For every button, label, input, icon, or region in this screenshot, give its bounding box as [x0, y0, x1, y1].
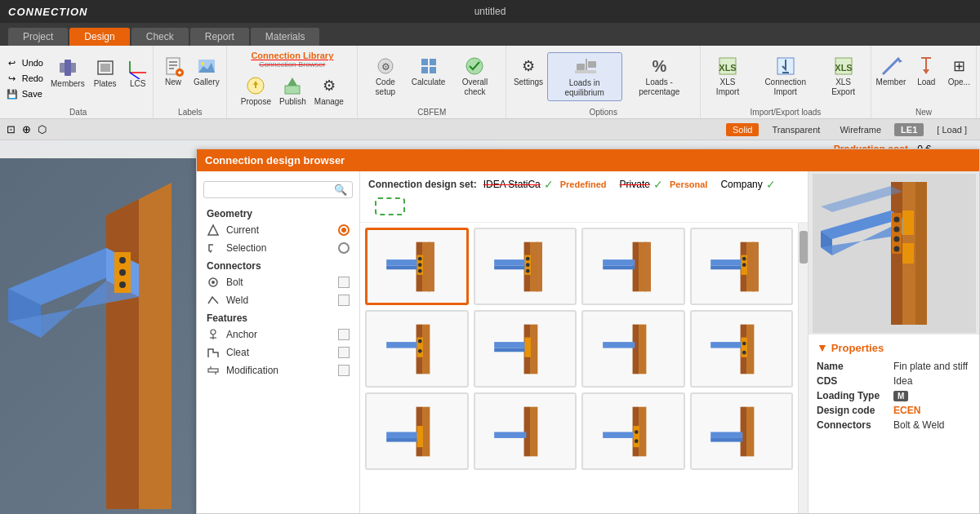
svg-rect-23: [430, 59, 436, 65]
lcs-button[interactable]: LCS: [122, 54, 154, 91]
thumb-7[interactable]: [581, 310, 685, 388]
svg-rect-1: [65, 60, 71, 76]
zoom-icon[interactable]: ⊕: [22, 123, 31, 135]
scroll-track[interactable]: [798, 223, 808, 513]
company-name: Company: [720, 179, 762, 190]
xls-import-button[interactable]: XLS XLS Import: [706, 52, 750, 100]
svg-rect-29: [577, 64, 585, 70]
thumb-8[interactable]: [690, 310, 794, 388]
svg-rect-131: [710, 437, 742, 441]
tab-report[interactable]: Report: [190, 28, 249, 46]
design-set-idea[interactable]: IDEA StatiCa ✓: [483, 178, 554, 191]
options-buttons: ⚙ Settings Loads in equilibrium % Loads …: [511, 49, 695, 115]
loads-equilibrium-icon: [573, 55, 596, 78]
loads-equilibrium-button[interactable]: Loads in equilibrium: [547, 52, 622, 101]
cbfem-buttons: ⚙ Code setup Calculate Overall check: [363, 49, 501, 115]
svg-rect-107: [603, 342, 635, 348]
undo-button[interactable]: ↩ Undo: [3, 55, 46, 70]
propose-button[interactable]: Propose: [238, 72, 274, 109]
props-collapse-icon[interactable]: ▼: [817, 341, 828, 354]
member-button[interactable]: Member: [873, 52, 910, 90]
sidebar-item-modification[interactable]: Modification: [197, 361, 359, 379]
xls-export-button[interactable]: XLS XLS Export: [821, 52, 866, 100]
connection-import-button[interactable]: Connection Import: [751, 52, 819, 100]
publish-button[interactable]: Publish: [276, 72, 310, 109]
design-set-custom[interactable]: [375, 197, 405, 215]
modification-checkbox[interactable]: [338, 365, 350, 376]
redo-icon: ↪: [6, 72, 19, 85]
props-val-design-code: ECEN: [893, 405, 920, 416]
svg-point-78: [526, 256, 530, 260]
svg-rect-118: [416, 426, 422, 447]
thumb-9[interactable]: [365, 392, 469, 470]
connection-library-label[interactable]: Connection Library: [251, 49, 333, 60]
design-set-private[interactable]: Private ✓: [620, 178, 663, 191]
wireframe-view-button[interactable]: Wireframe: [833, 123, 888, 136]
settings-button[interactable]: ⚙ Settings: [511, 52, 545, 90]
thumb-3[interactable]: [581, 228, 685, 305]
cleat-checkbox[interactable]: [338, 347, 350, 358]
transparent-view-button[interactable]: Transparent: [765, 123, 826, 136]
current-radio[interactable]: [338, 224, 350, 236]
new-label-button[interactable]: New: [158, 52, 189, 90]
weld-checkbox[interactable]: [338, 295, 350, 306]
calculate-button[interactable]: Calculate: [409, 52, 447, 90]
thumb-12[interactable]: [690, 392, 794, 470]
tab-check[interactable]: Check: [131, 28, 189, 46]
design-set-company[interactable]: Company ✓: [720, 178, 775, 191]
sidebar-item-current[interactable]: Current: [197, 221, 359, 239]
sidebar-item-selection[interactable]: Selection: [197, 239, 359, 257]
members-icon: [56, 56, 79, 79]
thumb-2[interactable]: [474, 228, 577, 305]
anchor-checkbox[interactable]: [338, 329, 350, 340]
new-buttons: Member Load ⊞ Ope...: [873, 49, 975, 115]
sidebar-item-anchor[interactable]: Anchor: [197, 326, 359, 343]
thumb-1[interactable]: [365, 228, 469, 305]
thumb-4[interactable]: [690, 228, 794, 305]
tab-materials[interactable]: Materials: [251, 28, 320, 46]
thumb-6[interactable]: [474, 310, 577, 388]
fit-view-icon[interactable]: ⊡: [7, 123, 16, 135]
svg-rect-135: [915, 182, 927, 325]
svg-point-93: [742, 263, 746, 267]
title-bar: CONNECTION untitled: [0, 0, 980, 23]
sidebar-search[interactable]: 🔍: [203, 181, 353, 198]
tab-project[interactable]: Project: [8, 28, 68, 46]
manage-button[interactable]: ⚙ Manage: [311, 72, 347, 109]
ribbon-group-options: ⚙ Settings Loads in equilibrium % Loads …: [506, 46, 701, 118]
sidebar-item-cleat[interactable]: Cleat: [197, 343, 359, 361]
selection-radio[interactable]: [338, 242, 350, 254]
import-export-buttons: XLS XLS Import Connection Import XLS XLS…: [706, 49, 866, 115]
redo-button[interactable]: ↪ Redo: [3, 71, 46, 86]
sidebar-item-weld[interactable]: Weld: [197, 291, 359, 309]
settings-icon: ⚙: [517, 55, 540, 78]
thumb-5[interactable]: [365, 310, 469, 388]
cube-view-icon[interactable]: ⬡: [38, 123, 47, 135]
thumb-10[interactable]: [474, 392, 577, 470]
search-input[interactable]: [209, 185, 334, 195]
thumb-11[interactable]: [581, 392, 685, 470]
members-button[interactable]: Members: [47, 54, 88, 91]
svg-rect-106: [632, 324, 638, 374]
ope-button[interactable]: ⊞ Ope...: [943, 52, 974, 90]
loads-percentage-button[interactable]: % Loads - percentage: [624, 52, 695, 100]
save-button[interactable]: 💾 Save: [3, 86, 46, 101]
thumbs-wrapper: [360, 223, 808, 513]
svg-rect-105: [639, 324, 646, 374]
gallery-button[interactable]: Gallery: [190, 52, 223, 90]
code-setup-button[interactable]: ⚙ Code setup: [363, 52, 408, 100]
options-group-label: Options: [589, 108, 617, 117]
svg-rect-75: [494, 259, 526, 265]
sidebar-item-bolt[interactable]: Bolt: [197, 273, 359, 291]
tab-design[interactable]: Design: [69, 28, 129, 46]
plates-button[interactable]: Plates: [90, 54, 121, 91]
svg-point-126: [635, 430, 639, 434]
overall-check-button[interactable]: Overall check: [449, 52, 501, 100]
svg-line-6: [130, 73, 140, 79]
bolt-checkbox[interactable]: [338, 277, 350, 288]
company-check: ✓: [766, 178, 776, 191]
load-label[interactable]: [ Load ]: [930, 123, 973, 136]
thumbnails-grid: [360, 223, 798, 513]
load-button[interactable]: Load: [911, 52, 942, 90]
solid-view-button[interactable]: Solid: [726, 123, 759, 136]
